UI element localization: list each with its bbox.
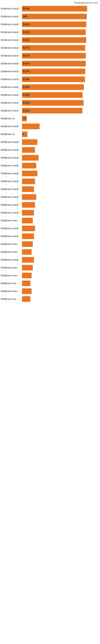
bar-container-35 <box>22 280 100 286</box>
bar-value-3: 54.2% <box>23 31 30 34</box>
bar-container-34 <box>22 273 100 278</box>
bar-container-24 <box>22 194 100 200</box>
bar-container-29 <box>22 234 100 239</box>
bar-container-32 <box>22 257 100 263</box>
bar-container-13: 51.3% <box>22 108 100 114</box>
bar-label-29: Bottleneck result <box>0 235 22 238</box>
bar-label-0: Bottleneck result <box>0 7 22 10</box>
bar-fill-3: 54.2% <box>22 30 86 35</box>
bar-row-16: Bottleneck re4 <box>0 130 100 138</box>
bar-label-20: Bottleneck result <box>0 164 22 167</box>
bar-container-9: 53.4% <box>22 76 100 82</box>
bar-label-36: Bottleneck resu <box>0 290 22 292</box>
bar-label-19: Bottleneck result <box>0 156 22 159</box>
bar-row-32: Bottleneck result <box>0 256 100 264</box>
bar-fill-29 <box>22 234 34 239</box>
bar-container-33 <box>22 265 100 270</box>
bar-value-0: 55.3% <box>23 7 30 10</box>
bar-row-14: Bottleneck re4% <box>0 115 100 123</box>
bar-container-17 <box>22 139 100 145</box>
bar-fill-25 <box>22 202 35 208</box>
bar-fill-18 <box>22 147 35 153</box>
bar-row-31: Bottleneck resu <box>0 248 100 256</box>
site-name: TheBottlenecker.com <box>74 1 98 4</box>
bar-row-3: Bottleneck result54.2% <box>0 28 100 36</box>
bar-container-5: 53.7% <box>22 45 100 51</box>
bar-label-24: Bottleneck result <box>0 196 22 198</box>
bar-value-8: 53.7% <box>23 70 30 73</box>
bar-fill-15 <box>22 124 40 129</box>
bar-value-13: 51.3% <box>23 109 30 112</box>
bar-container-0: 55.3% <box>22 6 100 12</box>
bar-label-11: Bottleneck result <box>0 94 22 96</box>
bar-row-0: Bottleneck result55.3% <box>0 5 100 13</box>
bar-label-30: Bottleneck resu <box>0 243 22 246</box>
bar-fill-6: 54.1% <box>22 53 86 58</box>
bar-value-6: 54.1% <box>23 54 30 57</box>
bar-label-2: Bottleneck result <box>0 23 22 26</box>
bar-container-7: 54.1% <box>22 61 100 66</box>
bar-fill-4: 54.4% <box>22 37 86 43</box>
bar-row-13: Bottleneck result51.3% <box>0 107 100 115</box>
bar-value-12: 52.2% <box>23 102 30 104</box>
bar-row-30: Bottleneck resu <box>0 240 100 248</box>
bar-container-31 <box>22 249 100 255</box>
bar-container-10: 52.5% <box>22 84 100 90</box>
bar-row-29: Bottleneck result <box>0 233 100 240</box>
bar-container-6: 54.1% <box>22 53 100 58</box>
bar-label-4: Bottleneck result <box>0 39 22 42</box>
bar-fill-5: 53.7% <box>22 45 85 51</box>
bar-label-8: Bottleneck result <box>0 70 22 73</box>
bar-fill-35 <box>22 280 30 286</box>
bar-value-10: 52.5% <box>23 86 30 88</box>
bar-row-5: Bottleneck result53.7% <box>0 44 100 52</box>
bar-container-27 <box>22 218 100 224</box>
bar-fill-31 <box>22 249 32 255</box>
bar-container-22 <box>22 178 100 184</box>
bar-fill-8: 53.7% <box>22 69 85 74</box>
bar-container-4: 54.4% <box>22 37 100 43</box>
bar-label-31: Bottleneck resu <box>0 250 22 253</box>
bar-value-1: 55% <box>23 15 28 18</box>
bar-container-36 <box>22 288 100 294</box>
bar-container-30 <box>22 241 100 247</box>
bar-row-6: Bottleneck result54.1% <box>0 52 100 60</box>
bar-value-2: 54.6% <box>23 23 30 26</box>
bar-container-19 <box>22 155 100 160</box>
bar-label-17: Bottleneck result <box>0 141 22 144</box>
bar-container-15 <box>22 124 100 129</box>
bar-row-24: Bottleneck result <box>0 194 100 201</box>
bar-container-12: 52.2% <box>22 100 100 106</box>
bar-container-18 <box>22 147 100 153</box>
bar-container-21 <box>22 171 100 176</box>
bars-container: Bottleneck result55.3%Bottleneck result5… <box>0 5 100 303</box>
bar-label-10: Bottleneck result <box>0 86 22 88</box>
bar-row-28: Bottleneck result <box>0 225 100 233</box>
bar-label-35: Bottleneck res <box>0 282 22 285</box>
bar-label-26: Bottleneck result <box>0 211 22 214</box>
bar-row-21: Bottleneck result <box>0 170 100 178</box>
bar-fill-21 <box>22 171 37 176</box>
bar-label-22: Bottleneck result <box>0 180 22 183</box>
bar-value-11: 51.5% <box>23 94 30 96</box>
bar-row-4: Bottleneck result54.4% <box>0 36 100 44</box>
bar-label-9: Bottleneck result <box>0 78 22 81</box>
bar-container-2: 54.6% <box>22 22 100 27</box>
bar-value-4: 54.4% <box>23 39 30 42</box>
bar-row-36: Bottleneck resu <box>0 288 100 296</box>
bar-container-37 <box>22 296 100 302</box>
bar-row-22: Bottleneck result <box>0 178 100 186</box>
bar-label-5: Bottleneck result <box>0 46 22 49</box>
bar-fill-11: 51.5% <box>22 92 83 98</box>
bar-fill-10: 52.5% <box>22 84 84 90</box>
bar-label-14: Bottleneck re <box>0 117 22 120</box>
bar-fill-2: 54.6% <box>22 22 86 27</box>
bar-label-6: Bottleneck result <box>0 54 22 57</box>
bar-label-28: Bottleneck result <box>0 227 22 230</box>
bar-label-34: Bottleneck resu <box>0 274 22 277</box>
bar-label-3: Bottleneck result <box>0 31 22 34</box>
bar-label-23: Bottleneck result <box>0 188 22 190</box>
bar-label-32: Bottleneck result <box>0 258 22 261</box>
bar-label-18: Bottleneck result <box>0 148 22 151</box>
bar-label-25: Bottleneck result <box>0 204 22 206</box>
